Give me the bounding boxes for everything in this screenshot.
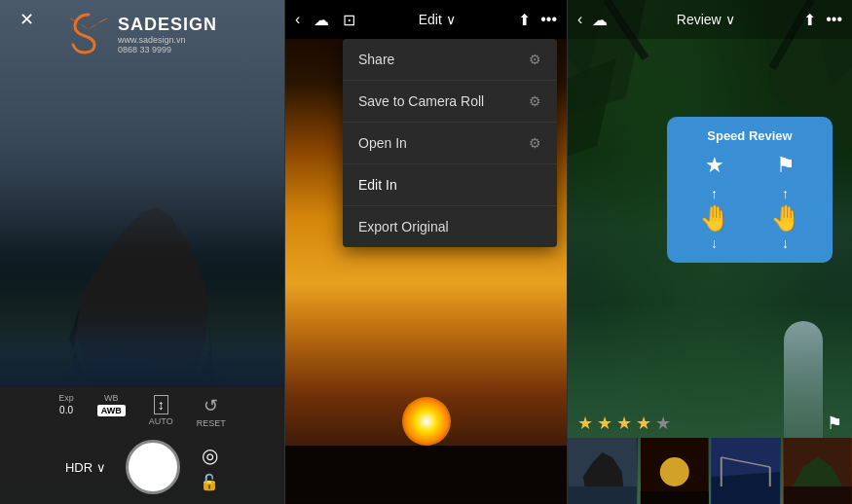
camera-controls: Exp 0.0 WB AWB ↕ AUTO ↺ RESET HDR ∨ xyxy=(0,385,284,504)
export-label: Export Original xyxy=(358,219,449,234)
wheel-icon[interactable]: ◎ xyxy=(202,444,218,467)
gestures-row: ↑ 🤚 ↓ ↑ 🤚 ↓ xyxy=(679,186,821,251)
star-rating-icon: ★ xyxy=(705,153,724,178)
beach-svg xyxy=(285,446,567,504)
shutter-button[interactable] xyxy=(126,440,180,494)
ocean-overlay xyxy=(0,309,284,387)
star-5: ★ xyxy=(655,413,671,434)
exp-value: 0.0 xyxy=(59,405,73,415)
exposure-row: Exp 0.0 WB AWB ↕ AUTO ↺ RESET xyxy=(0,393,284,428)
hdr-label: HDR xyxy=(65,460,93,475)
right-controls: ◎ 🔓 xyxy=(200,444,219,491)
share-button[interactable]: ⬆ xyxy=(518,11,531,29)
svg-point-3 xyxy=(442,471,448,477)
beach-silhouette xyxy=(285,446,567,504)
star-3: ★ xyxy=(616,413,632,434)
p3-right: ⬆ ••• xyxy=(803,11,842,29)
thumbnail-1[interactable] xyxy=(568,438,638,504)
hdr-button[interactable]: HDR ∨ xyxy=(65,460,106,475)
brand-name: SADESIGN xyxy=(118,15,217,35)
p3-share-button[interactable]: ⬆ xyxy=(803,11,816,29)
svg-rect-18 xyxy=(783,486,851,504)
arrow-down-right: ↓ xyxy=(782,235,789,251)
thumbnail-3[interactable] xyxy=(711,438,781,504)
edit-dropdown-menu: Share ⚙ Save to Camera Roll ⚙ Open In ⚙ … xyxy=(343,39,557,247)
open-in-label: Open In xyxy=(358,135,407,151)
reset-text: RESET xyxy=(197,418,226,428)
logo-text: SADESIGN www.sadesign.vn 0868 33 9999 xyxy=(118,15,217,54)
open-in-gear-icon: ⚙ xyxy=(529,135,541,151)
menu-item-edit-in[interactable]: Edit In xyxy=(343,164,557,206)
back-button[interactable]: ‹ xyxy=(295,11,300,28)
thumbnails-strip xyxy=(568,438,852,504)
save-gear-icon: ⚙ xyxy=(529,93,541,109)
awb-badge: AWB xyxy=(97,405,126,416)
svg-rect-9 xyxy=(569,486,637,504)
star-4: ★ xyxy=(636,413,651,434)
p3-back-button[interactable]: ‹ xyxy=(577,11,582,28)
menu-item-export[interactable]: Export Original xyxy=(343,206,557,247)
hdr-chevron: ∨ xyxy=(96,460,106,475)
share-label: Share xyxy=(358,52,394,67)
hand-left-icon: 🤚 xyxy=(699,203,730,234)
brand-phone: 0868 33 9999 xyxy=(118,45,217,54)
panel-edit: ‹ ☁ ⊡ Edit ∨ ⬆ ••• Share ⚙ Save to Camer… xyxy=(284,0,568,504)
crop-icon[interactable]: ⊡ xyxy=(343,11,355,29)
thumbnail-2[interactable] xyxy=(640,438,710,504)
svg-point-1 xyxy=(432,469,438,475)
review-label: Review xyxy=(677,12,722,27)
svg-rect-12 xyxy=(640,491,708,504)
thumbnail-4[interactable] xyxy=(783,438,853,504)
edit-chevron: ∨ xyxy=(446,12,456,27)
arrow-down-left: ↓ xyxy=(711,235,718,251)
brand-url: www.sadesign.vn xyxy=(118,35,217,45)
wb-control[interactable]: WB AWB xyxy=(97,393,126,428)
thumb1-svg xyxy=(568,438,638,504)
panel3-header: ‹ ☁ Review ∨ ⬆ ••• xyxy=(568,0,852,39)
review-dropdown[interactable]: Review ∨ xyxy=(677,12,735,27)
menu-item-open-in[interactable]: Open In ⚙ xyxy=(343,123,557,164)
gesture-right: ↑ 🤚 ↓ xyxy=(770,186,801,251)
menu-item-save[interactable]: Save to Camera Roll ⚙ xyxy=(343,81,557,123)
shutter-row: HDR ∨ ◎ 🔓 xyxy=(0,436,284,498)
bracket-icon: ↕ xyxy=(154,395,168,414)
thumb2-svg xyxy=(640,438,710,504)
bracket-control[interactable]: ↕ AUTO xyxy=(149,393,173,428)
panel-review: ‹ ☁ Review ∨ ⬆ ••• Speed Review ★ ⚑ ↑ 🤚 … xyxy=(568,0,852,504)
flag-rating-icon: ⚑ xyxy=(776,153,796,178)
exp-label: Exp xyxy=(58,393,74,403)
save-label: Save to Camera Roll xyxy=(358,93,484,109)
waterfall xyxy=(784,321,823,438)
p2-nav: ‹ ☁ ⊡ xyxy=(295,11,355,29)
star-1: ★ xyxy=(577,413,593,434)
speed-review-card: Speed Review ★ ⚑ ↑ 🤚 ↓ ↑ 🤚 ↓ xyxy=(667,117,833,263)
cloud-icon[interactable]: ☁ xyxy=(314,11,329,29)
exposure-control[interactable]: Exp 0.0 xyxy=(58,393,74,428)
panel2-header: ‹ ☁ ⊡ Edit ∨ ⬆ ••• xyxy=(285,0,567,39)
share-gear-icon: ⚙ xyxy=(529,52,541,67)
arrow-up-left: ↑ xyxy=(711,186,718,201)
more-button[interactable]: ••• xyxy=(540,11,557,28)
svg-point-5 xyxy=(452,472,458,478)
thumb4-svg xyxy=(783,438,853,504)
edit-dropdown[interactable]: Edit ∨ xyxy=(419,12,456,27)
reset-icon: ↺ xyxy=(204,395,218,416)
edit-label: Edit xyxy=(419,12,442,27)
arrow-up-right: ↑ xyxy=(782,186,789,201)
reset-control[interactable]: ↺ RESET xyxy=(197,393,226,428)
panel-camera: ✕ SADESIGN www.sadesign.vn 0868 33 9999 … xyxy=(0,0,284,504)
star-2: ★ xyxy=(597,413,612,434)
hand-right-icon: 🤚 xyxy=(770,203,801,234)
review-chevron: ∨ xyxy=(725,12,735,27)
flag-button[interactable]: ⚑ xyxy=(827,413,842,434)
gesture-left: ↑ 🤚 ↓ xyxy=(699,186,730,251)
lock-icon[interactable]: 🔓 xyxy=(200,473,219,491)
speed-review-icons: ★ ⚑ xyxy=(679,153,821,178)
edit-in-label: Edit In xyxy=(358,177,397,193)
close-button[interactable]: ✕ xyxy=(12,5,41,34)
p3-more-button[interactable]: ••• xyxy=(826,11,842,28)
star-rating[interactable]: ★ ★ ★ ★ ★ xyxy=(577,413,671,434)
p3-left: ‹ ☁ xyxy=(577,11,608,29)
p3-cloud-icon[interactable]: ☁ xyxy=(592,11,608,29)
menu-item-share[interactable]: Share ⚙ xyxy=(343,39,557,81)
